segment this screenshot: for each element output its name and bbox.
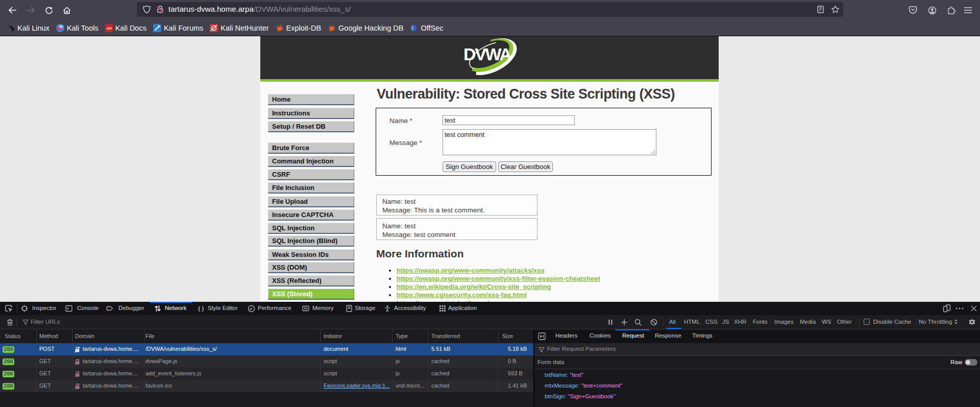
- svg-text:DVWA: DVWA: [463, 44, 511, 64]
- svg-text:{ }: { }: [198, 305, 204, 312]
